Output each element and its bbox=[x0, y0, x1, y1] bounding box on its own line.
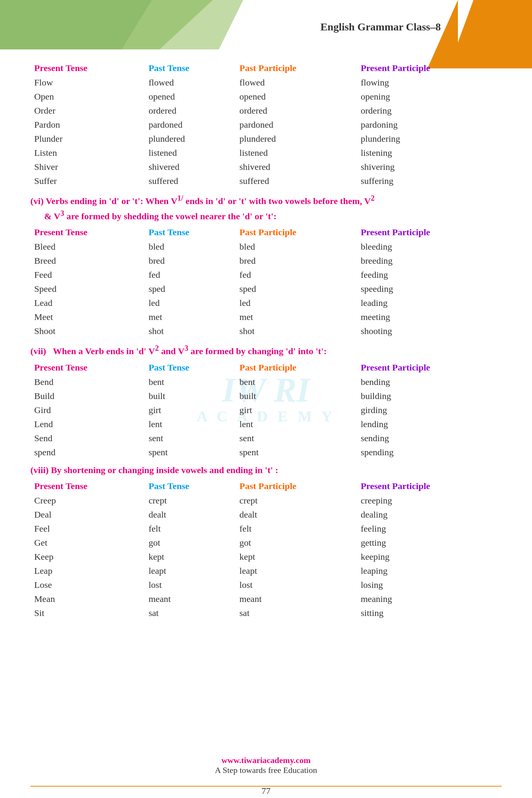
table-cell: bent bbox=[145, 375, 236, 389]
col-header-past-part-vi: Past Participle bbox=[236, 225, 357, 240]
table-row: Flowflowedflowedflowing bbox=[30, 76, 502, 90]
table-cell: spend bbox=[30, 445, 145, 459]
table-cell: fed bbox=[145, 268, 236, 282]
table-cell: sitting bbox=[357, 606, 502, 620]
table-cell: spending bbox=[357, 445, 502, 459]
table-cell: led bbox=[145, 296, 236, 310]
table-cell: Shiver bbox=[30, 160, 145, 174]
table-cell: Breed bbox=[30, 254, 145, 268]
col-header-present-vi: Present Tense bbox=[30, 225, 145, 240]
table-cell: opened bbox=[236, 90, 357, 104]
table-row: Speedspedspedspeeding bbox=[30, 282, 502, 296]
table-cell: listened bbox=[145, 146, 236, 160]
table-cell: pardoned bbox=[145, 118, 236, 132]
table-cell: Keep bbox=[30, 550, 145, 564]
table-cell: opening bbox=[357, 90, 502, 104]
table-row: Suffersufferedsufferedsuffering bbox=[30, 174, 502, 188]
table-cell: creeping bbox=[357, 494, 502, 508]
table-row: Leapleaptleaptleaping bbox=[30, 564, 502, 578]
table-cell: Meet bbox=[30, 310, 145, 324]
table-row: Listenlistenedlistenedlistening bbox=[30, 146, 502, 160]
table-cell: flowing bbox=[357, 76, 502, 90]
page-number: 77 bbox=[0, 786, 532, 796]
table-row: Breedbredbredbreeding bbox=[30, 254, 502, 268]
table-row: Orderorderedorderedordering bbox=[30, 104, 502, 118]
table-cell: flowed bbox=[145, 76, 236, 90]
table-cell: lent bbox=[145, 417, 236, 431]
col-header-past-part-viii: Past Participle bbox=[236, 479, 357, 494]
verb-table-top: Present Tense Past Tense Past Participle… bbox=[30, 61, 502, 188]
table-cell: Suffer bbox=[30, 174, 145, 188]
table-row: Meetmetmetmeeting bbox=[30, 310, 502, 324]
col-header-present-part-vi: Present Participle bbox=[357, 225, 502, 240]
table-cell: suffered bbox=[236, 174, 357, 188]
table-cell: opened bbox=[145, 90, 236, 104]
table-cell: shivered bbox=[145, 160, 236, 174]
table-cell: crept bbox=[236, 494, 357, 508]
table-cell: felt bbox=[145, 522, 236, 536]
table-cell: listening bbox=[357, 146, 502, 160]
table-row: Shootshotshotshooting bbox=[30, 324, 502, 338]
table-cell: sent bbox=[236, 431, 357, 445]
table-cell: dealing bbox=[357, 508, 502, 522]
col-header-present-part-viii: Present Participle bbox=[357, 479, 502, 494]
table-cell: ordered bbox=[145, 104, 236, 118]
table-cell: bred bbox=[145, 254, 236, 268]
table-cell: plundering bbox=[357, 132, 502, 146]
table-cell: Bend bbox=[30, 375, 145, 389]
col-header-present-part-vii: Present Participle bbox=[357, 360, 502, 375]
table-cell: sent bbox=[145, 431, 236, 445]
table-cell: got bbox=[145, 536, 236, 550]
table-row: Pardonpardonedpardonedpardoning bbox=[30, 118, 502, 132]
col-header-present-vii: Present Tense bbox=[30, 360, 145, 375]
table-cell: built bbox=[236, 389, 357, 403]
table-cell: fed bbox=[236, 268, 357, 282]
table-row: Getgotgotgetting bbox=[30, 536, 502, 550]
table-cell: shivering bbox=[357, 160, 502, 174]
table-cell: Sit bbox=[30, 606, 145, 620]
table-cell: feeding bbox=[357, 268, 502, 282]
table-cell: leapt bbox=[236, 564, 357, 578]
footer: www.tiwariacademy.com A Step towards fre… bbox=[0, 755, 532, 775]
verb-table-vii: Present Tense Past Tense Past Participle… bbox=[30, 360, 502, 459]
table-cell: kept bbox=[236, 550, 357, 564]
table-row: Feedfedfedfeeding bbox=[30, 268, 502, 282]
table-cell: girding bbox=[357, 403, 502, 417]
table-cell: Listen bbox=[30, 146, 145, 160]
table-cell: Leap bbox=[30, 564, 145, 578]
table-row: Bleedbledbledbleeding bbox=[30, 240, 502, 254]
table-row: Lendlentlentlending bbox=[30, 417, 502, 431]
table-cell: Get bbox=[30, 536, 145, 550]
table-cell: spent bbox=[145, 445, 236, 459]
verb-table-viii: Present Tense Past Tense Past Participle… bbox=[30, 479, 502, 620]
table-cell: bred bbox=[236, 254, 357, 268]
table-cell: Build bbox=[30, 389, 145, 403]
table-cell: bled bbox=[236, 240, 357, 254]
table-cell: losing bbox=[357, 578, 502, 592]
table-cell: met bbox=[145, 310, 236, 324]
table-cell: Gird bbox=[30, 403, 145, 417]
table-cell: Speed bbox=[30, 282, 145, 296]
table-row: spendspentspentspending bbox=[30, 445, 502, 459]
header-orange-shape bbox=[448, 0, 532, 68]
table-cell: felt bbox=[236, 522, 357, 536]
table-cell: lost bbox=[236, 578, 357, 592]
table-cell: Flow bbox=[30, 76, 145, 90]
table-cell: meant bbox=[236, 592, 357, 606]
table-cell: Bleed bbox=[30, 240, 145, 254]
table-cell: bent bbox=[236, 375, 357, 389]
table-cell: shooting bbox=[357, 324, 502, 338]
table-cell: suffering bbox=[357, 174, 502, 188]
table-cell: listened bbox=[236, 146, 357, 160]
table-row: Sitsatsatsitting bbox=[30, 606, 502, 620]
table-row: Keepkeptkeptkeeping bbox=[30, 550, 502, 564]
table-cell: sat bbox=[145, 606, 236, 620]
table-row: Openopenedopenedopening bbox=[30, 90, 502, 104]
footer-url[interactable]: www.tiwariacademy.com bbox=[0, 755, 532, 765]
page-title: English Grammar Class–8 bbox=[320, 21, 441, 33]
table-cell: shot bbox=[145, 324, 236, 338]
col-header-past-vii: Past Tense bbox=[145, 360, 236, 375]
table-cell: Lose bbox=[30, 578, 145, 592]
col-header-present-viii: Present Tense bbox=[30, 479, 145, 494]
col-header-past-viii: Past Tense bbox=[145, 479, 236, 494]
